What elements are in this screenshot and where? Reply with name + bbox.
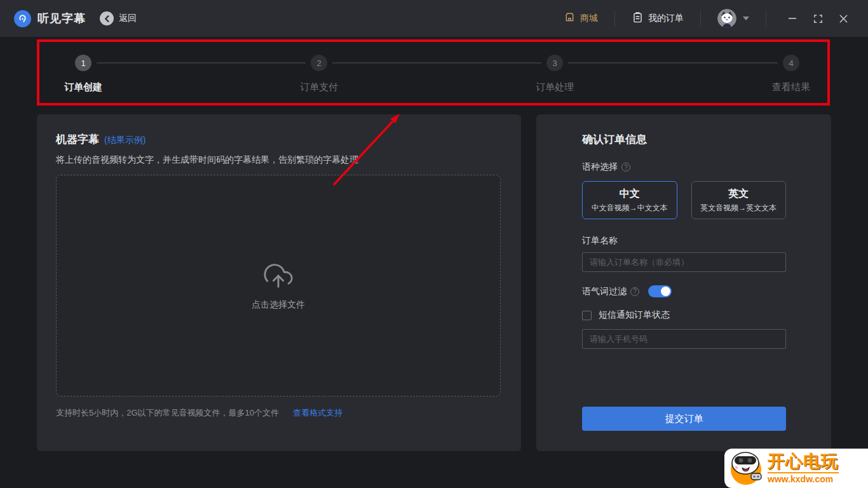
language-desc: 中文音视频→中文文本 — [592, 203, 668, 214]
divider — [614, 10, 615, 27]
panel-title: 机器字幕 — [56, 132, 99, 147]
language-name: 中文 — [620, 187, 640, 201]
my-orders-button[interactable]: 我的订单 — [632, 11, 684, 25]
language-card-chinese[interactable]: 中文 中文音视频→中文文本 — [582, 181, 677, 219]
watermark-title: 开心电玩 — [768, 453, 839, 470]
support-note: 支持时长5小时内，2G以下的常见音视频文件，最多10个文件 — [56, 407, 279, 419]
sms-notify-label: 短信通知订单状态 — [599, 309, 670, 321]
back-arrow-icon — [100, 11, 114, 25]
order-confirm-panel: 确认订单信息 语种选择 ? 中文 中文音视频→中文文本 英文 英文音视频→英文文… — [536, 114, 831, 451]
format-support-link[interactable]: 查看格式支持 — [293, 407, 342, 419]
orders-label: 我的订单 — [648, 13, 684, 24]
cloud-upload-icon — [264, 261, 293, 293]
minimize-button[interactable] — [783, 9, 802, 28]
mascot-icon — [727, 449, 766, 488]
sms-notify-checkbox[interactable] — [582, 311, 592, 320]
language-desc: 英文音视频→英文文本 — [700, 203, 776, 214]
order-name-input[interactable] — [582, 252, 786, 272]
clipboard-icon — [632, 11, 644, 25]
avatar — [717, 9, 736, 28]
help-icon[interactable]: ? — [621, 163, 630, 172]
confirm-order-title: 确认订单信息 — [582, 132, 786, 147]
shop-icon — [564, 11, 576, 25]
submit-order-button[interactable]: 提交订单 — [582, 407, 786, 431]
app-logo-icon — [14, 10, 31, 27]
back-label: 返回 — [119, 13, 137, 24]
help-icon[interactable]: ? — [630, 287, 639, 296]
step-4-circle: 4 — [783, 55, 799, 71]
phone-number-input[interactable] — [582, 329, 786, 349]
divider — [700, 10, 701, 27]
order-steps-annotation-box: 1 2 3 4 订单创建 订单支付 订单处理 查看结果 — [37, 39, 830, 105]
step-connector — [97, 62, 306, 64]
step-4-label: 查看结果 — [753, 81, 829, 93]
step-connector — [332, 62, 541, 64]
mall-label: 商城 — [580, 13, 598, 24]
back-button[interactable]: 返回 — [100, 11, 137, 25]
file-upload-dropzone[interactable]: 点击选择文件 — [56, 175, 501, 396]
language-card-english[interactable]: 英文 英文音视频→英文文本 — [691, 181, 787, 219]
step-2-label: 订单支付 — [281, 81, 357, 93]
close-button[interactable] — [834, 9, 853, 28]
upload-hint: 点击选择文件 — [252, 299, 305, 311]
step-1-circle: 1 — [75, 55, 92, 71]
step-3-label: 订单处理 — [517, 81, 593, 93]
app-title: 听见字幕 — [37, 11, 86, 26]
machine-subtitle-panel: 机器字幕 (结果示例) 将上传的音视频转为文字，并生成带时间码的字幕结果，告别繁… — [37, 114, 521, 451]
mall-button[interactable]: 商城 — [564, 11, 598, 25]
divider — [766, 10, 766, 27]
chevron-down-icon[interactable] — [743, 17, 749, 20]
language-name: 英文 — [728, 187, 749, 201]
order-name-label: 订单名称 — [582, 235, 618, 247]
filler-filter-toggle[interactable] — [648, 285, 672, 297]
titlebar-right: 商城 我的订单 — [564, 9, 853, 28]
titlebar: 听见字幕 返回 商城 — [0, 0, 868, 37]
panel-description: 将上传的音视频转为文字，并生成带时间码的字幕结果，告别繁琐的字幕处理 — [56, 154, 501, 166]
step-2-circle: 2 — [311, 55, 327, 71]
toggle-knob — [661, 287, 670, 296]
kxdw-watermark: 开心电玩 www.kxdw.com — [724, 449, 868, 488]
step-3-circle: 3 — [546, 55, 563, 71]
filler-filter-label: 语气词过滤 — [582, 286, 627, 297]
user-menu[interactable] — [717, 9, 749, 28]
step-connector — [568, 62, 778, 64]
watermark-url: www.kxdw.com — [768, 472, 839, 484]
maximize-button[interactable] — [808, 9, 827, 28]
step-1-label: 订单创建 — [45, 81, 121, 93]
language-select-label: 语种选择 — [582, 161, 618, 173]
result-example-link[interactable]: (结果示例) — [104, 135, 146, 146]
